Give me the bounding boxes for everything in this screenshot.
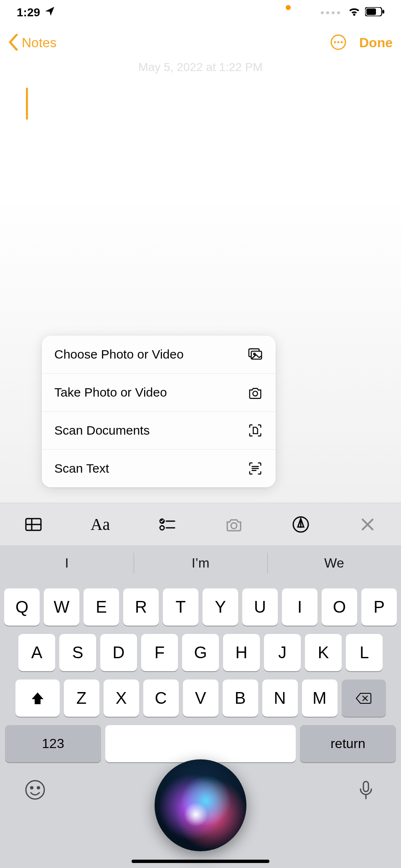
done-button[interactable]: Done [359,35,393,51]
key-l[interactable]: L [346,634,383,671]
menu-item-choose-photo[interactable]: Choose Photo or Video [42,336,276,374]
key-k[interactable]: K [305,634,342,671]
key-space[interactable] [105,725,296,762]
chevron-left-icon [8,34,18,52]
key-n[interactable]: N [262,680,298,717]
battery-icon [365,6,384,19]
menu-item-scan-text[interactable]: Scan Text [42,450,276,487]
scan-document-icon [247,423,263,438]
photo-library-icon [247,346,263,362]
key-w[interactable]: W [44,588,79,626]
camera-icon [247,384,263,400]
key-z[interactable]: Z [64,680,99,717]
prediction-3[interactable]: We [267,545,401,581]
key-x[interactable]: X [104,680,139,717]
text-style-button[interactable]: Aa [89,513,112,536]
svg-point-25 [31,787,33,789]
key-r[interactable]: R [123,588,159,626]
key-e[interactable]: E [84,588,119,626]
key-u[interactable]: U [242,588,278,626]
menu-item-take-photo[interactable]: Take Photo or Video [42,374,276,412]
menu-item-label: Scan Text [54,461,109,476]
key-123[interactable]: 123 [5,725,101,762]
privacy-indicator-dot [286,5,291,10]
back-button[interactable]: Notes [8,34,57,52]
menu-item-label: Take Photo or Video [54,385,167,400]
key-h[interactable]: H [223,634,260,671]
prediction-1[interactable]: I [0,545,134,581]
text-cursor [26,88,28,120]
svg-point-5 [338,41,340,43]
key-j[interactable]: J [264,634,301,671]
camera-toolbar-button[interactable] [222,513,246,536]
key-v[interactable]: V [183,680,218,717]
key-m[interactable]: M [302,680,338,717]
key-p[interactable]: P [361,588,397,626]
menu-item-label: Choose Photo or Video [54,347,184,361]
key-o[interactable]: O [322,588,357,626]
key-shift[interactable] [15,680,60,717]
menu-item-label: Scan Documents [54,423,150,438]
wifi-icon [348,5,361,21]
note-timestamp: May 5, 2022 at 1:22 PM [0,61,401,74]
key-backspace[interactable] [342,680,386,717]
cellular-dots-icon [321,11,340,14]
emoji-button[interactable] [24,779,46,802]
key-a[interactable]: A [18,634,55,671]
close-toolbar-button[interactable] [356,513,379,536]
key-q[interactable]: Q [4,588,40,626]
key-f[interactable]: F [141,634,178,671]
checklist-button[interactable] [155,513,179,536]
location-arrow-icon [44,6,55,20]
svg-rect-1 [366,8,376,15]
menu-item-scan-documents[interactable]: Scan Documents [42,412,276,450]
siri-orb[interactable] [155,759,246,851]
key-return[interactable]: return [300,725,396,762]
key-t[interactable]: T [163,588,198,626]
nav-bar: Notes Done [0,25,401,61]
svg-point-24 [26,781,44,799]
svg-point-18 [231,523,237,529]
predictive-text-bar: I I’m We [0,545,401,581]
svg-point-26 [38,787,40,789]
key-d[interactable]: D [100,634,137,671]
key-g[interactable]: G [182,634,219,671]
svg-point-10 [253,391,257,396]
prediction-2[interactable]: I’m [134,545,267,581]
formatting-toolbar: Aa [0,503,401,545]
svg-rect-27 [363,781,368,792]
key-i[interactable]: I [282,588,317,626]
home-indicator[interactable] [132,860,269,863]
markup-button[interactable] [289,513,312,536]
key-y[interactable]: Y [203,588,238,626]
more-button[interactable] [330,34,347,52]
scan-text-icon [247,461,263,476]
svg-point-6 [341,41,343,43]
key-b[interactable]: B [223,680,258,717]
table-button[interactable] [22,513,45,536]
attachment-menu: Choose Photo or Video Take Photo or Vide… [42,336,276,487]
status-bar: 1:29 [0,0,401,25]
dictation-button[interactable] [355,779,377,802]
key-c[interactable]: C [143,680,179,717]
back-label: Notes [22,35,57,51]
svg-rect-2 [382,10,384,13]
key-s[interactable]: S [59,634,96,671]
status-time: 1:29 [17,6,40,19]
svg-point-4 [334,41,336,43]
svg-point-16 [160,526,164,530]
